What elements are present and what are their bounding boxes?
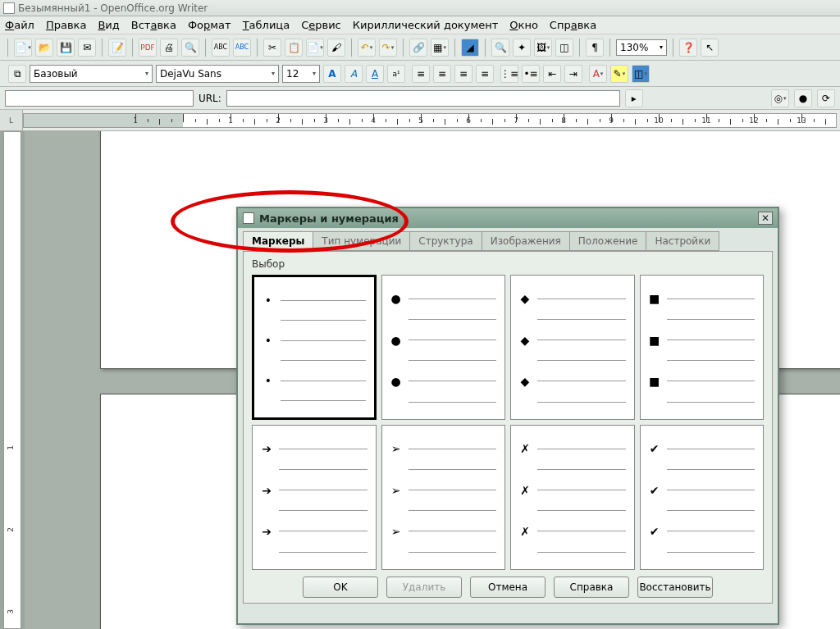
help-button[interactable]: ❓ bbox=[679, 39, 697, 57]
bullets-button[interactable]: •≡ bbox=[522, 65, 540, 83]
menu-file[interactable]: Файл bbox=[5, 19, 34, 31]
redo-button[interactable]: ↷ bbox=[379, 39, 397, 57]
bullet-option-4[interactable]: ➔➔➔ bbox=[252, 425, 377, 570]
bullet-option-6[interactable]: ✗✗✗ bbox=[510, 425, 635, 570]
dialog-tab-3[interactable]: Изображения bbox=[482, 231, 570, 251]
url-toolbar: URL: ▸ ◎ ● ⟳ bbox=[0, 87, 840, 110]
save-button[interactable]: 💾 bbox=[57, 39, 75, 57]
email-button[interactable]: ✉ bbox=[78, 39, 96, 57]
increase-indent-button[interactable]: ⇥ bbox=[564, 65, 582, 83]
bullet-option-3[interactable]: ■■■ bbox=[640, 275, 765, 420]
format-paintbrush-button[interactable]: 🖌 bbox=[327, 39, 345, 57]
copy-button[interactable]: 📋 bbox=[285, 39, 303, 57]
align-left-button[interactable]: ≡ bbox=[412, 65, 430, 83]
dialog-close-button[interactable]: ✕ bbox=[758, 212, 773, 225]
datasources-button[interactable]: ◫ bbox=[555, 39, 573, 57]
url-go-button[interactable]: ▸ bbox=[625, 89, 643, 107]
menu-table[interactable]: Таблица bbox=[243, 19, 290, 31]
whats-this-button[interactable]: ↖ bbox=[701, 39, 719, 57]
bold-button[interactable]: A bbox=[323, 65, 341, 83]
reset-button[interactable]: Восстановить bbox=[637, 577, 713, 598]
vertical-ruler[interactable]: 123 bbox=[3, 131, 21, 629]
edit-doc-button[interactable]: 📝 bbox=[108, 39, 126, 57]
numbering-button[interactable]: ⋮≡ bbox=[500, 65, 518, 83]
menu-view[interactable]: Вид bbox=[98, 19, 119, 31]
bullet-option-1[interactable]: ●●● bbox=[381, 275, 506, 420]
menubar: Файл Правка Вид Вставка Формат Таблица С… bbox=[0, 16, 840, 34]
bullet-option-0[interactable]: ••• bbox=[252, 275, 377, 420]
bg-color-button[interactable]: ◫ bbox=[632, 65, 650, 83]
paragraph-style-combo[interactable]: Базовый▾ bbox=[30, 65, 153, 83]
font-color-button[interactable]: A bbox=[589, 65, 607, 83]
dialog-tab-5[interactable]: Настройки bbox=[646, 231, 719, 251]
dialog-titlebar[interactable]: Маркеры и нумерация ✕ bbox=[238, 208, 778, 228]
standard-toolbar: 📄 📂 💾 ✉ 📝 PDF 🖨 🔍 ABC ABC ✂ 📋 📄 🖌 ↶ ↷ 🔗 … bbox=[0, 34, 840, 61]
spellcheck-button[interactable]: ABC bbox=[212, 39, 230, 57]
help-button[interactable]: Справка bbox=[554, 577, 629, 598]
dialog-tab-2[interactable]: Структура bbox=[409, 231, 482, 251]
highlight-button[interactable]: ✎ bbox=[610, 65, 628, 83]
menu-cyrillic[interactable]: Кириллический документ bbox=[353, 19, 499, 31]
url-reload-button[interactable]: ⟳ bbox=[817, 89, 835, 107]
open-button[interactable]: 📂 bbox=[35, 39, 53, 57]
bullet-option-5[interactable]: ➢➢➢ bbox=[381, 425, 506, 570]
find-button[interactable]: 🔍 bbox=[491, 39, 509, 57]
app-icon bbox=[3, 2, 15, 14]
bullet-mark-icon: ✔ bbox=[649, 525, 660, 538]
zoom-combo[interactable]: 130% ▾ bbox=[616, 39, 667, 56]
align-center-button[interactable]: ≡ bbox=[433, 65, 451, 83]
bullet-mark-icon: ■ bbox=[649, 334, 660, 347]
menu-window[interactable]: Окно bbox=[509, 19, 538, 31]
bullet-mark-icon: ➢ bbox=[390, 484, 402, 497]
menu-edit[interactable]: Правка bbox=[46, 19, 86, 31]
export-pdf-button[interactable]: PDF bbox=[139, 39, 157, 57]
undo-button[interactable]: ↶ bbox=[358, 39, 376, 57]
superscript-button[interactable]: a¹ bbox=[387, 65, 405, 83]
menu-help[interactable]: Справка bbox=[550, 19, 596, 31]
decrease-indent-button[interactable]: ⇤ bbox=[543, 65, 561, 83]
bullet-option-7[interactable]: ✔✔✔ bbox=[640, 425, 765, 570]
dialog-tabs: МаркерыТип нумерацииСтруктураИзображения… bbox=[238, 228, 778, 251]
cut-button[interactable]: ✂ bbox=[263, 39, 281, 57]
window-titlebar: Безымянный1 - OpenOffice.org Writer bbox=[0, 0, 840, 16]
bullet-mark-icon: ◆ bbox=[519, 375, 531, 388]
show-draw-button[interactable]: ◢ bbox=[461, 39, 479, 57]
section-label: Выбор bbox=[252, 258, 764, 270]
auto-spellcheck-button[interactable]: ABC bbox=[233, 39, 251, 57]
italic-button[interactable]: A bbox=[345, 65, 363, 83]
delete-button[interactable]: Удалить bbox=[386, 577, 462, 598]
align-right-button[interactable]: ≡ bbox=[454, 65, 472, 83]
dialog-tab-1[interactable]: Тип нумерации bbox=[313, 231, 410, 251]
dialog-body: Выбор •••●●●◆◆◆■■■➔➔➔➢➢➢✗✗✗✔✔✔ OK Удалит… bbox=[243, 251, 773, 604]
print-preview-button[interactable]: 🔍 bbox=[181, 39, 199, 57]
menu-format[interactable]: Формат bbox=[188, 19, 231, 31]
bullet-mark-icon: ✔ bbox=[649, 442, 660, 455]
dialog-tab-0[interactable]: Маркеры bbox=[243, 231, 313, 251]
dialog-title: Маркеры и нумерация bbox=[259, 212, 399, 225]
url-stop-button[interactable]: ● bbox=[794, 89, 812, 107]
cancel-button[interactable]: Отмена bbox=[470, 577, 546, 598]
hyperlink-button[interactable]: 🔗 bbox=[409, 39, 427, 57]
font-name-combo[interactable]: DejaVu Sans▾ bbox=[156, 65, 279, 83]
horizontal-ruler[interactable]: 112345678910111213 bbox=[23, 113, 837, 128]
dialog-tab-4[interactable]: Положение bbox=[569, 231, 647, 251]
align-justify-button[interactable]: ≡ bbox=[476, 65, 494, 83]
url-field[interactable] bbox=[226, 90, 620, 107]
print-button[interactable]: 🖨 bbox=[160, 39, 178, 57]
bullet-option-2[interactable]: ◆◆◆ bbox=[510, 275, 635, 420]
font-size-combo[interactable]: 12▾ bbox=[282, 65, 320, 83]
styles-button[interactable]: ⧉ bbox=[8, 65, 26, 83]
paste-button[interactable]: 📄 bbox=[306, 39, 324, 57]
url-target-button[interactable]: ◎ bbox=[771, 89, 789, 107]
menu-tools[interactable]: Сервис bbox=[301, 19, 341, 31]
nonprinting-button[interactable]: ¶ bbox=[586, 39, 604, 57]
table-button[interactable]: ▦ bbox=[431, 39, 449, 57]
ok-button[interactable]: OK bbox=[303, 577, 378, 598]
url-name-combo[interactable] bbox=[5, 90, 194, 107]
underline-button[interactable]: A bbox=[366, 65, 384, 83]
menu-insert[interactable]: Вставка bbox=[131, 19, 176, 31]
navigator-button[interactable]: ✦ bbox=[513, 39, 531, 57]
gallery-button[interactable]: 🖼 bbox=[534, 39, 552, 57]
new-doc-button[interactable]: 📄 bbox=[14, 39, 32, 57]
bullet-mark-icon: ✗ bbox=[519, 442, 531, 455]
